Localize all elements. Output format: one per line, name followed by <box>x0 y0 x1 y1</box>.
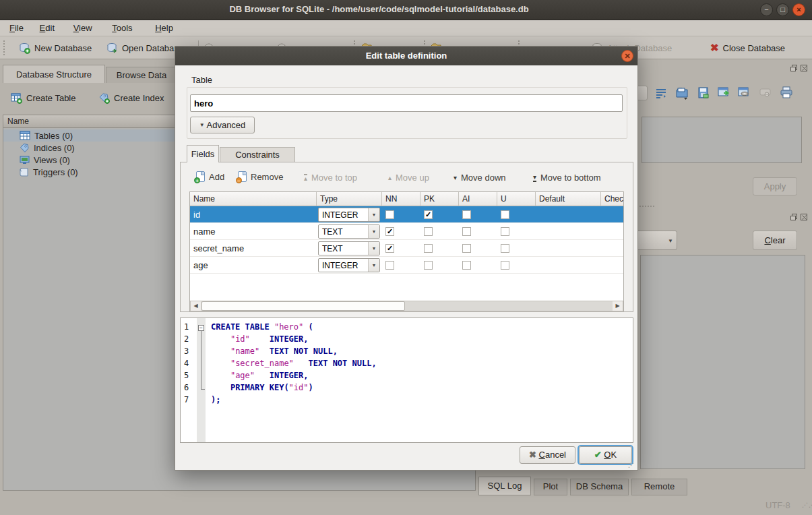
cell-export-icon[interactable] <box>697 86 710 101</box>
tab-sql-log-label: SQL Log <box>488 481 522 491</box>
tab-plot[interactable]: Plot <box>534 479 567 495</box>
u-checkbox[interactable] <box>501 210 509 219</box>
cell-editor-area[interactable] <box>642 117 802 163</box>
pk-checkbox[interactable] <box>424 244 433 253</box>
field-type-dropdown[interactable]: TEXT▼ <box>318 241 380 255</box>
column-header-u[interactable]: U <box>497 192 536 206</box>
field-row-secret-name[interactable]: secret_name TEXT▼ ✓ <box>190 240 623 257</box>
fold-collapse-icon[interactable]: − <box>198 325 204 331</box>
sql-log-close-button[interactable] <box>800 213 808 223</box>
field-row-age[interactable]: age INTEGER▼ <box>190 257 623 274</box>
dock-close-button[interactable] <box>800 64 808 74</box>
sql-preview[interactable]: 1234567 − CREATE TABLE "hero" ( "id" INT… <box>180 317 633 443</box>
close-database-button[interactable]: ✖ Close Database <box>710 40 785 56</box>
field-type-dropdown[interactable]: INTEGER▼ <box>318 208 380 222</box>
nn-checkbox[interactable] <box>385 210 394 219</box>
menu-edit[interactable]: Edit <box>34 22 60 34</box>
move-to-bottom-button[interactable]: ▾ Move to bottom <box>533 173 601 183</box>
column-header-pk[interactable]: PK <box>420 192 459 206</box>
move-up-icon: ▴ <box>388 175 392 181</box>
minimize-button[interactable]: − <box>760 3 773 16</box>
dialog-resize-grip[interactable]: ⋰ <box>628 462 635 468</box>
field-type-dropdown[interactable]: TEXT▼ <box>318 224 380 239</box>
u-checkbox[interactable] <box>501 227 509 236</box>
apply-button: Apply <box>753 177 797 195</box>
pk-checkbox[interactable] <box>424 261 433 270</box>
pk-checkbox[interactable] <box>424 227 433 236</box>
tree-item-triggers-label: Triggers (0) <box>33 167 78 177</box>
field-type-dropdown[interactable]: INTEGER▼ <box>318 258 380 272</box>
column-header-ai[interactable]: AI <box>459 192 497 206</box>
nn-checkbox[interactable] <box>385 261 394 270</box>
menu-view[interactable]: View <box>68 22 98 34</box>
remove-field-icon: − <box>238 171 247 182</box>
dialog-close-button[interactable]: ✕ <box>621 50 633 62</box>
cell-link-icon[interactable] <box>738 86 751 101</box>
cell-open-in-icon[interactable] <box>718 86 731 101</box>
new-database-button[interactable]: New Database <box>19 40 92 56</box>
field-row-name[interactable]: name TEXT▼ ✓ <box>190 223 623 240</box>
column-header-name[interactable]: Name <box>190 192 317 206</box>
maximize-button[interactable]: □ <box>776 3 789 16</box>
scroll-right-icon[interactable]: ▶ <box>613 301 623 311</box>
edit-table-definition-dialog: Edit table definition ✕ Table ▼ Advanced… <box>175 46 638 471</box>
pk-checkbox[interactable]: ✓ <box>424 210 433 219</box>
scrollbar-thumb[interactable] <box>201 301 405 311</box>
table-name-input[interactable] <box>190 94 623 112</box>
resize-grip[interactable]: ⋰⋰ <box>802 502 812 508</box>
cell-print-icon[interactable] <box>780 86 793 101</box>
column-header-default[interactable]: Default <box>536 192 601 206</box>
advanced-toggle-button[interactable]: ▼ Advanced <box>190 117 255 133</box>
sql-log-list[interactable] <box>640 255 805 469</box>
dialog-tab-fields[interactable]: Fields <box>187 145 219 162</box>
u-checkbox[interactable] <box>501 244 509 253</box>
remove-field-button[interactable]: − Remove <box>238 171 283 182</box>
tab-remote[interactable]: Remote <box>631 479 687 495</box>
column-header-nn[interactable]: NN <box>382 192 420 206</box>
tab-sql-log[interactable]: SQL Log <box>478 477 531 495</box>
move-down-button[interactable]: ▾ Move down <box>454 173 506 183</box>
scroll-left-icon[interactable]: ◀ <box>191 301 201 311</box>
tab-browse-data[interactable]: Browse Data <box>106 67 177 83</box>
ok-button[interactable]: ✔ OK <box>579 446 632 464</box>
tab-database-structure[interactable]: Database Structure <box>3 65 105 83</box>
field-name-cell[interactable]: secret_name <box>193 243 244 253</box>
cancel-button[interactable]: ✖ Cancel <box>520 446 575 464</box>
create-index-button[interactable]: Create Index <box>98 92 164 104</box>
dock-float-button[interactable] <box>790 64 798 74</box>
column-header-check[interactable]: Check <box>601 192 623 206</box>
close-window-button[interactable]: × <box>792 3 805 16</box>
grid-horizontal-scrollbar[interactable]: ◀ ▶ <box>190 301 623 311</box>
dialog-title-bar[interactable]: Edit table definition ✕ <box>175 47 637 65</box>
create-table-button[interactable]: Create Table <box>11 92 75 104</box>
menu-file[interactable]: File <box>4 22 29 34</box>
menu-tools[interactable]: Tools <box>106 22 137 34</box>
column-header-type[interactable]: Type <box>317 192 382 206</box>
ai-checkbox[interactable] <box>462 261 471 270</box>
cell-import-icon[interactable] <box>675 86 689 102</box>
sql-log-float-button[interactable] <box>790 213 798 223</box>
ai-checkbox[interactable] <box>462 244 471 253</box>
field-name-cell[interactable]: age <box>193 260 208 270</box>
tab-db-schema-label: DB Schema <box>576 481 623 491</box>
clear-log-button[interactable]: Clear <box>753 231 797 250</box>
advanced-toggle-label: Advanced <box>207 120 246 130</box>
ai-checkbox[interactable] <box>462 210 471 219</box>
field-row-id[interactable]: id INTEGER▼ ✓ <box>190 206 623 223</box>
ai-checkbox[interactable] <box>462 227 471 236</box>
u-checkbox[interactable] <box>501 261 509 270</box>
open-database-button[interactable]: Open Database <box>106 40 183 56</box>
field-name-cell[interactable]: id <box>193 210 200 220</box>
encoding-indicator[interactable]: UTF-8 <box>766 500 790 510</box>
nn-checkbox[interactable]: ✓ <box>385 244 394 253</box>
add-field-button[interactable]: + Add <box>196 171 224 182</box>
cell-wrap-lines-icon[interactable] <box>655 87 667 101</box>
tab-db-schema[interactable]: DB Schema <box>570 479 629 495</box>
move-up-label: Move up <box>396 173 429 183</box>
sql-code[interactable]: CREATE TABLE "hero" ( "id" INTEGER, "nam… <box>206 318 633 442</box>
dialog-tab-constraints[interactable]: Constraints <box>220 147 295 162</box>
toolbar-drag-handle[interactable] <box>3 40 5 55</box>
field-name-cell[interactable]: name <box>193 226 216 237</box>
menu-help[interactable]: Help <box>150 22 179 34</box>
nn-checkbox[interactable]: ✓ <box>385 227 394 236</box>
